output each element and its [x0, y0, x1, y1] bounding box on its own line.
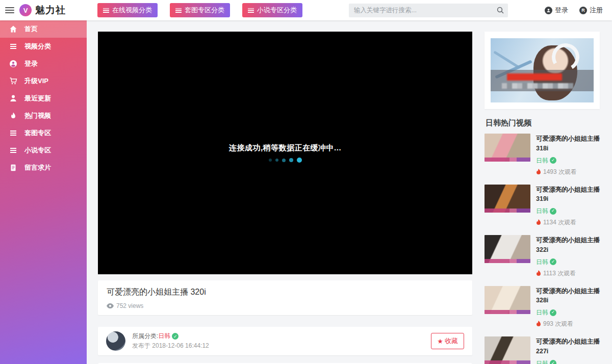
sidebar-item-home[interactable]: 首页: [0, 20, 87, 38]
views-count: 752 views: [116, 302, 143, 309]
search-input[interactable]: [349, 7, 493, 14]
ad-banner[interactable]: [484, 32, 600, 109]
uploader-avatar[interactable]: [106, 331, 125, 351]
login-label: 登录: [555, 6, 568, 15]
flame-icon: [536, 270, 541, 276]
player-status-text: 连接成功,稍等数据正在缓冲中...: [229, 143, 341, 153]
related-video-row[interactable]: 可爱漂亮的小姐姐主播 227i 日韩✓ 957 次观看: [484, 336, 600, 364]
sidebar-item-novel-zone[interactable]: 小说专区: [0, 142, 87, 159]
verified-check-icon: ✓: [550, 258, 556, 265]
verified-check-icon: ✓: [550, 309, 556, 316]
related-video-category: 日韩✓: [536, 156, 600, 165]
sidebar-item-label: 视频分类: [24, 42, 51, 51]
register-link[interactable]: R 注册: [579, 6, 603, 15]
star-icon: [437, 337, 443, 345]
sidebar-item-upgrade-vip[interactable]: 升级VIP: [0, 72, 87, 90]
sidebar-item-label: 最近更新: [24, 94, 51, 103]
related-video-views: 1134 次观看: [536, 218, 600, 227]
aside-section-title: 日韩热门视频: [486, 118, 600, 128]
video-title: 可爱漂亮的小姐姐主播 320i: [107, 287, 464, 298]
sidebar-item-label: 留言求片: [24, 163, 51, 172]
search-icon[interactable]: [493, 7, 508, 14]
sidebar-item-label: 首页: [24, 24, 38, 34]
header-nav: 在线视频分类 套图专区分类 小说专区分类: [97, 3, 302, 17]
related-video-views: 993 次观看: [536, 319, 600, 328]
related-video-title[interactable]: 可爱漂亮的小姐姐主播 328i: [536, 287, 600, 306]
related-video-row[interactable]: 可爱漂亮的小姐姐主播 328i 日韩✓ 993 次观看: [484, 286, 600, 329]
list-icon: [9, 129, 17, 137]
category-link[interactable]: 日韩: [158, 332, 170, 340]
verified-check-icon: ✓: [550, 360, 556, 364]
nav-button-label: 小说专区分类: [257, 6, 297, 15]
right-sidebar: 日韩热门视频 可爱漂亮的小姐姐主播 318i 日韩✓ 1493 次观看 可爱漂亮…: [484, 32, 600, 364]
nav-button-novel-categories[interactable]: 小说专区分类: [242, 3, 302, 17]
favorite-button[interactable]: 收藏: [431, 333, 464, 349]
brand-name: 魅力社: [35, 4, 66, 17]
video-thumbnail[interactable]: [484, 336, 530, 364]
related-video-category: 日韩✓: [536, 308, 600, 317]
flame-icon: [9, 112, 17, 120]
video-info-card: 所属分类:日韩✓ 发布于 2018-12-06 16:44:12 收藏: [98, 327, 472, 355]
nav-button-label: 套图专区分类: [185, 6, 224, 15]
logo-icon: V: [19, 4, 32, 16]
related-video-row[interactable]: 可爱漂亮的小姐姐主播 319i 日韩✓ 1134 次观看: [484, 185, 600, 227]
flame-icon: [536, 169, 541, 175]
sidebar-item-recent-updates[interactable]: 最近更新: [0, 90, 87, 107]
related-video-category: 日韩✓: [536, 206, 600, 216]
brand-logo[interactable]: V 魅力社: [19, 4, 66, 17]
list-icon: [9, 42, 17, 50]
list-icon: [175, 8, 182, 13]
favorite-label: 收藏: [445, 336, 458, 346]
verified-check-icon: ✓: [550, 157, 556, 164]
nav-button-label: 在线视频分类: [112, 6, 152, 15]
hamburger-menu-icon[interactable]: [5, 7, 14, 13]
auth-links: 登录 R 注册: [545, 6, 603, 15]
sidebar-item-gallery-zone[interactable]: 套图专区: [0, 124, 87, 142]
video-meta: 可爱漂亮的小姐姐主播 319i 日韩✓ 1134 次观看: [536, 185, 600, 227]
video-meta: 可爱漂亮的小姐姐主播 318i 日韩✓ 1493 次观看: [536, 134, 600, 176]
video-player[interactable]: 连接成功,稍等数据正在缓冲中...: [98, 32, 472, 274]
sidebar-item-message-request[interactable]: 留言求片: [0, 159, 87, 176]
loading-dots: [269, 158, 302, 163]
sidebar-item-video-categories[interactable]: 视频分类: [0, 38, 87, 55]
related-video-title[interactable]: 可爱漂亮的小姐姐主播 319i: [536, 185, 600, 204]
user-icon: [545, 7, 552, 14]
ad-image: [491, 38, 594, 102]
nav-button-gallery-categories[interactable]: 套图专区分类: [170, 3, 230, 17]
related-video-views: 1113 次观看: [536, 269, 600, 278]
info-lines: 所属分类:日韩✓ 发布于 2018-12-06 16:44:12: [132, 331, 209, 351]
top-bar: V 魅力社 在线视频分类 套图专区分类 小说专区分类: [0, 0, 612, 20]
login-link[interactable]: 登录: [545, 6, 568, 15]
video-thumbnail[interactable]: [484, 286, 530, 314]
video-meta: 可爱漂亮的小姐姐主播 328i 日韩✓ 993 次观看: [536, 286, 600, 329]
related-video-row[interactable]: 可爱漂亮的小姐姐主播 318i 日韩✓ 1493 次观看: [484, 134, 600, 176]
related-video-category: 日韩✓: [536, 359, 600, 364]
related-video-title[interactable]: 可爱漂亮的小姐姐主播 322i: [536, 236, 600, 255]
sidebar-item-label: 热门视频: [24, 111, 51, 120]
related-video-row[interactable]: 可爱漂亮的小姐姐主播 322i 日韩✓ 1113 次观看: [484, 235, 600, 278]
sidebar-item-login[interactable]: 登录: [0, 55, 87, 72]
related-video-title[interactable]: 可爱漂亮的小姐姐主播 227i: [536, 337, 600, 356]
sidebar-item-label: 升级VIP: [24, 76, 48, 86]
search-box: [349, 4, 508, 17]
related-video-title[interactable]: 可爱漂亮的小姐姐主播 318i: [536, 134, 600, 153]
video-meta: 可爱漂亮的小姐姐主播 322i 日韩✓ 1113 次观看: [536, 235, 600, 278]
register-label: 注册: [590, 6, 603, 15]
sidebar-item-label: 小说专区: [24, 146, 51, 155]
video-thumbnail[interactable]: [484, 185, 530, 213]
nav-button-video-categories[interactable]: 在线视频分类: [97, 3, 158, 17]
flame-icon: [536, 321, 541, 327]
flame-icon: [536, 219, 541, 225]
category-line: 所属分类:日韩✓: [132, 331, 209, 341]
register-icon: R: [579, 7, 587, 14]
related-video-views: 1493 次观看: [536, 167, 600, 176]
main-content: 连接成功,稍等数据正在缓冲中... 可爱漂亮的小姐姐主播 320i 752 vi…: [98, 32, 472, 364]
video-meta: 可爱漂亮的小姐姐主播 227i 日韩✓ 957 次观看: [536, 336, 600, 364]
sidebar-item-hot-videos[interactable]: 热门视频: [0, 107, 87, 124]
person-icon: [9, 94, 17, 102]
video-thumbnail[interactable]: [484, 235, 530, 263]
verified-check-icon: ✓: [172, 333, 178, 340]
video-thumbnail[interactable]: [484, 134, 530, 162]
list-icon: [9, 146, 17, 154]
file-icon: [9, 164, 17, 172]
